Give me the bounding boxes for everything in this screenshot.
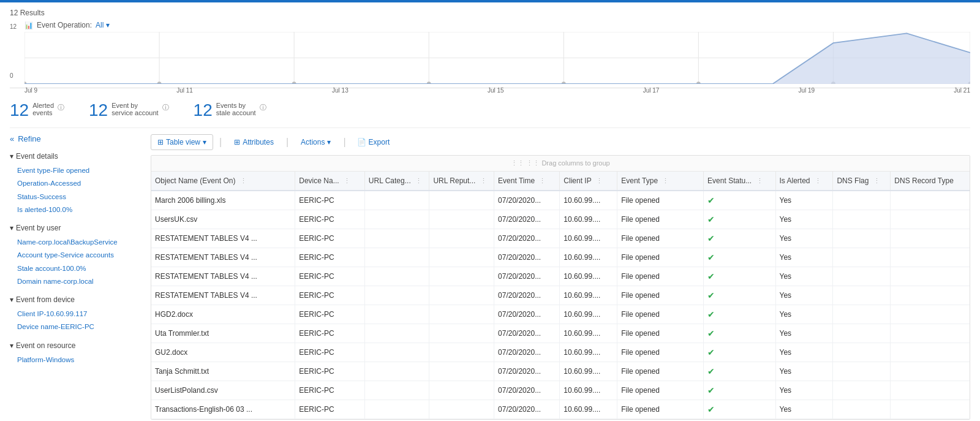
cell-urlcat — [364, 229, 429, 248]
filter-operation[interactable]: Operation-Accessed — [10, 177, 141, 190]
col-header-urlrep[interactable]: URL Reput... ⋮ — [429, 172, 494, 191]
table-row[interactable]: March 2006 billing.xlsEERIC-PC07/20/2020… — [151, 191, 970, 210]
table-row[interactable]: RESTATEMENT TABLES V4 ...EERIC-PC07/20/2… — [151, 286, 970, 305]
table-row[interactable]: UserListPoland.csvEERIC-PC07/20/2020...1… — [151, 381, 970, 400]
filter-event-type[interactable]: Event type-File opened — [10, 164, 141, 177]
cell-isalerted: Yes — [775, 248, 833, 267]
cell-time: 07/20/2020... — [494, 191, 560, 210]
chart-svg — [24, 32, 970, 84]
table-row[interactable]: RESTATEMENT TABLES V4 ...EERIC-PC07/20/2… — [151, 267, 970, 286]
filter-is-alerted[interactable]: Is alerted-100.0% — [10, 203, 141, 216]
col-menu-evstatus[interactable]: ⋮ — [756, 177, 763, 184]
stat-service-info[interactable]: ⓘ — [162, 103, 169, 112]
cell-urlrep — [429, 191, 494, 210]
table-header-row: Object Name (Event On) ⋮ Device Na... ⋮ … — [151, 172, 970, 191]
filter-section-title-event-user[interactable]: ▾ Event by user — [10, 224, 141, 232]
filter-platform[interactable]: Platform-Windows — [10, 354, 141, 366]
cell-urlcat — [364, 267, 429, 286]
table-row[interactable]: UsersUK.csvEERIC-PC07/20/2020...10.60.99… — [151, 210, 970, 229]
cell-urlrep — [429, 343, 494, 362]
cell-evstatus: ✔ — [704, 400, 775, 419]
filter-section-event-details: ▾ Event details Event type-File opened O… — [10, 152, 141, 216]
cell-clientip: 10.60.99.... — [560, 229, 617, 248]
filter-section-title-event-device[interactable]: ▾ Event from device — [10, 295, 141, 304]
section-title-event-user: Event by user — [16, 224, 61, 232]
filter-stale-account[interactable]: Stale account-100.0% — [10, 262, 141, 275]
export-button[interactable]: 📄 Export — [352, 135, 395, 150]
refine-label: Refine — [18, 134, 41, 143]
cell-clientip: 10.60.99.... — [560, 191, 617, 210]
cell-object: HGD2.docx — [151, 305, 295, 324]
filter-device-name[interactable]: Device name-EERIC-PC — [10, 320, 141, 333]
table-row[interactable]: GU2.docxEERIC-PC07/20/2020...10.60.99...… — [151, 343, 970, 362]
table-row[interactable]: HGD2.docxEERIC-PC07/20/2020...10.60.99..… — [151, 305, 970, 324]
cell-dnsflag — [833, 191, 891, 210]
attributes-button[interactable]: ⊞ Attributes — [228, 135, 280, 150]
col-menu-time[interactable]: ⋮ — [539, 177, 546, 184]
col-menu-evtype[interactable]: ⋮ — [662, 177, 669, 184]
col-menu-object[interactable]: ⋮ — [240, 177, 247, 184]
event-operation-value[interactable]: All ▾ — [96, 21, 110, 29]
y-label-bottom: 0 — [10, 72, 13, 79]
stat-alerted-info[interactable]: ⓘ — [58, 103, 64, 112]
cell-time: 07/20/2020... — [494, 343, 560, 362]
table-row[interactable]: RESTATEMENT TABLES V4 ...EERIC-PC07/20/2… — [151, 229, 970, 248]
col-header-evtype[interactable]: Event Type ⋮ — [617, 172, 704, 191]
cell-time: 07/20/2020... — [494, 362, 560, 381]
stat-service-label: Event by service account — [111, 102, 158, 116]
cell-object: March 2006 billing.xls — [151, 191, 295, 210]
cell-evstatus: ✔ — [704, 362, 775, 381]
col-menu-isalerted[interactable]: ⋮ — [815, 177, 821, 184]
events-table: Object Name (Event On) ⋮ Device Na... ⋮ … — [151, 172, 970, 419]
table-row[interactable]: RESTATEMENT TABLES V4 ...EERIC-PC07/20/2… — [151, 248, 970, 267]
stat-stale-account: 12 Events by stale account ⓘ — [194, 102, 266, 119]
col-menu-device[interactable]: ⋮ — [344, 177, 350, 184]
refine-button[interactable]: « Refine — [10, 134, 141, 143]
cell-dnsrecord — [891, 210, 970, 229]
filter-domain-name[interactable]: Domain name-corp.local — [10, 275, 141, 288]
filter-section-title-event-details[interactable]: ▾ Event details — [10, 152, 141, 161]
cell-object: RESTATEMENT TABLES V4 ... — [151, 248, 295, 267]
col-header-isalerted[interactable]: Is Alerted ⋮ — [775, 172, 833, 191]
cell-evtype: File opened — [617, 267, 704, 286]
col-label-device: Device Na... — [299, 176, 339, 185]
filter-client-ip[interactable]: Client IP-10.60.99.117 — [10, 308, 141, 320]
filter-status[interactable]: Status-Success — [10, 191, 141, 203]
table-view-button[interactable]: ⊞ Table view ▾ — [151, 134, 213, 150]
col-header-object[interactable]: Object Name (Event On) ⋮ — [151, 172, 295, 191]
cell-dnsrecord — [891, 248, 970, 267]
cell-isalerted: Yes — [775, 343, 833, 362]
filter-section-event-device: ▾ Event from device Client IP-10.60.99.1… — [10, 295, 141, 334]
stat-stale-info[interactable]: ⓘ — [260, 103, 266, 112]
filter-section-title-event-resource[interactable]: ▾ Event on resource — [10, 341, 141, 350]
table-row[interactable]: Tanja Schmitt.txtEERIC-PC07/20/2020...10… — [151, 362, 970, 381]
cell-device: EERIC-PC — [295, 248, 365, 267]
col-header-time[interactable]: Event Time ⋮ — [494, 172, 560, 191]
col-header-urlcat[interactable]: URL Categ... ⋮ — [364, 172, 429, 191]
col-header-dnsflag[interactable]: DNS Flag ⋮ — [833, 172, 891, 191]
chevron-down-icon-3: ▾ — [10, 295, 13, 304]
col-header-device[interactable]: Device Na... ⋮ — [295, 172, 365, 191]
cell-device: EERIC-PC — [295, 191, 365, 210]
actions-button[interactable]: Actions ▾ — [295, 135, 337, 150]
col-header-dnsrecord[interactable]: DNS Record Type — [891, 172, 970, 191]
col-menu-dnsflag[interactable]: ⋮ — [873, 177, 880, 184]
section-title-event-resource: Event on resource — [16, 341, 75, 350]
cell-dnsflag — [833, 362, 891, 381]
filter-account-type[interactable]: Account type-Service accounts — [10, 249, 141, 262]
col-header-evstatus[interactable]: Event Statu... ⋮ — [704, 172, 775, 191]
col-menu-urlcat[interactable]: ⋮ — [415, 177, 422, 184]
table-row[interactable]: Transactions-English-06 03 ...EERIC-PC07… — [151, 400, 970, 419]
col-header-clientip[interactable]: Client IP ⋮ — [560, 172, 617, 191]
table-row[interactable]: Uta Trommler.txtEERIC-PC07/20/2020...10.… — [151, 324, 970, 343]
cell-evtype: File opened — [617, 191, 704, 210]
cell-dnsflag — [833, 305, 891, 324]
attributes-icon: ⊞ — [234, 138, 240, 146]
col-menu-urlrep[interactable]: ⋮ — [480, 177, 487, 184]
cell-isalerted: Yes — [775, 324, 833, 343]
cell-clientip: 10.60.99.... — [560, 343, 617, 362]
col-label-isalerted: Is Alerted — [780, 176, 810, 185]
cell-urlrep — [429, 286, 494, 305]
col-menu-clientip[interactable]: ⋮ — [596, 177, 603, 184]
filter-name[interactable]: Name-corp.local\BackupService — [10, 236, 141, 249]
